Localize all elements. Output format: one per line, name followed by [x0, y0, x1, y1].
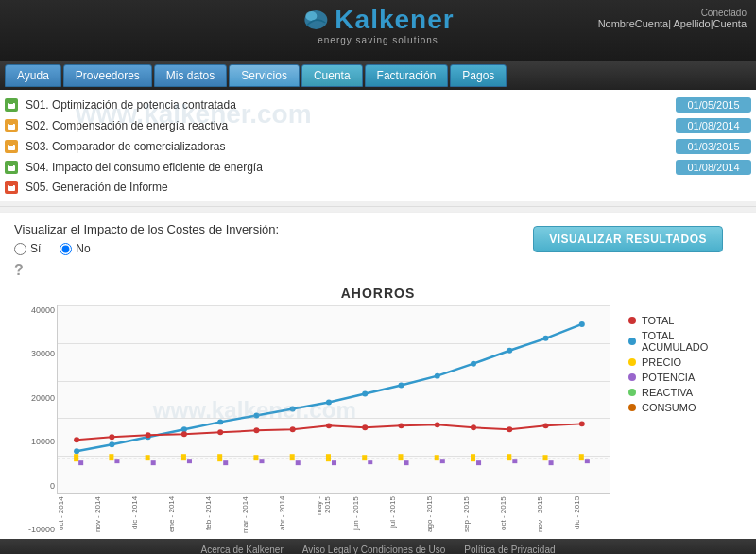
- precio-bar-4: [217, 454, 222, 461]
- legend-reactiva-label: REACTIVA: [642, 387, 693, 398]
- svg-rect-16: [9, 183, 13, 186]
- x-label-13: nov - 2015: [536, 496, 573, 534]
- precio-bar-10: [435, 455, 439, 460]
- connected-area: Conectado NombreCuenta| Apellido|Cuenta: [598, 8, 747, 29]
- potencia-bar-12: [512, 459, 517, 463]
- potencia-bar-1: [114, 459, 119, 463]
- svg-point-1: [305, 11, 317, 21]
- service-icon-s05: [5, 181, 18, 194]
- potencia-bar-7: [332, 460, 336, 465]
- footer-link-2[interactable]: Política de Privacidad: [464, 545, 555, 555]
- radio-si-input[interactable]: [14, 243, 26, 255]
- legend-potencia: POTENCIA: [628, 372, 742, 383]
- total-dot-5: [253, 427, 259, 433]
- precio-bar-0: [74, 454, 78, 461]
- potencia-bar-9: [404, 460, 409, 465]
- potencia-bar-0: [78, 460, 83, 465]
- precio-bar-9: [398, 454, 403, 460]
- legend-consumo-dot: [628, 404, 636, 411]
- total-dot-3: [181, 431, 187, 437]
- chart-svg: www.kalkener.com: [58, 305, 610, 493]
- footer-link-0[interactable]: Acerca de Kalkener: [200, 545, 283, 555]
- potencia-bar-10: [440, 459, 445, 463]
- acumulado-dot-0: [74, 448, 79, 454]
- service-date-s03: 01/03/2015: [676, 139, 751, 154]
- nav-item-cuenta[interactable]: Cuenta: [301, 64, 363, 87]
- investment-section: Visualizar el Impacto de los Costes de I…: [0, 212, 756, 260]
- service-label-s04: S04. Impacto del consumo eficiente de en…: [26, 161, 668, 174]
- nav-item-servicios[interactable]: Servicios: [229, 64, 300, 87]
- total-dot-6: [290, 426, 296, 432]
- total-dot-8: [362, 424, 368, 430]
- total-dot-7: [326, 423, 332, 428]
- potencia-bar-5: [259, 459, 264, 463]
- precio-bar-3: [181, 454, 186, 460]
- logo-text: Kalkener: [335, 5, 454, 35]
- nav-item-misdatos[interactable]: Mis datos: [154, 64, 227, 87]
- potencia-bar-8: [368, 460, 372, 464]
- user-info: NombreCuenta| Apellido|Cuenta: [598, 18, 747, 29]
- svg-rect-10: [9, 143, 13, 146]
- acumulado-dot-9: [398, 383, 404, 389]
- radio-no[interactable]: No: [60, 242, 90, 255]
- total-dot-14: [579, 421, 585, 426]
- nav-item-ayuda[interactable]: Ayuda: [5, 64, 61, 87]
- radio-group: Sí No: [14, 242, 279, 255]
- total-dot-1: [109, 434, 114, 440]
- precio-bar-5: [253, 455, 258, 460]
- investment-row: Visualizar el Impacto de los Costes de I…: [14, 222, 742, 255]
- total-dot-0: [74, 437, 79, 442]
- service-icon-s04: [5, 161, 18, 174]
- precio-bar-8: [362, 455, 367, 460]
- x-labels: oct - 2014 nov - 2014 dic - 2014 ene - 2…: [57, 496, 610, 534]
- legend-precio-label: PRECIO: [642, 356, 681, 368]
- precio-bar-13: [543, 455, 548, 460]
- service-label-s03: S03. Comparador de comercializadoras: [26, 140, 668, 153]
- visualizar-button[interactable]: VISUALIZAR RESULTADOS: [533, 226, 723, 252]
- x-label-8: jun - 2015: [352, 496, 388, 534]
- nav-item-facturacion[interactable]: Facturación: [365, 64, 449, 87]
- nav-item-pagos[interactable]: Pagos: [450, 64, 507, 87]
- precio-bar-12: [507, 454, 511, 460]
- legend-total: TOTAL: [628, 315, 742, 326]
- x-label-6: abr - 2014: [278, 496, 315, 534]
- x-label-7: may - 2015: [315, 496, 352, 534]
- x-label-0: oct - 2014: [57, 496, 94, 534]
- y-label-3: 10000: [17, 437, 55, 446]
- service-date-s04: 01/08/2014: [676, 160, 751, 175]
- total-dot-9: [398, 423, 404, 428]
- total-dot-11: [471, 424, 476, 430]
- x-label-14: dic - 2015: [573, 496, 610, 534]
- legend-precio: PRECIO: [628, 356, 742, 368]
- nav-item-proveedores[interactable]: Proveedores: [63, 64, 152, 87]
- legend-total-label: TOTAL: [642, 315, 674, 326]
- acumulado-dot-10: [435, 373, 440, 379]
- x-label-11: sep - 2015: [462, 496, 499, 534]
- svg-rect-7: [9, 122, 13, 125]
- service-icon-s03: [5, 140, 18, 153]
- logo-subtitle: energy saving solutions: [318, 35, 438, 45]
- y-label-0: 40000: [17, 305, 55, 315]
- question-mark: ?: [14, 262, 24, 278]
- y-label-2: 20000: [17, 393, 55, 403]
- logo-area: Kalkener energy saving solutions: [301, 5, 454, 45]
- nav-bar: Ayuda Proveedores Mis datos Servicios Cu…: [0, 61, 756, 90]
- radio-no-input[interactable]: [60, 243, 72, 255]
- svg-rect-13: [9, 164, 13, 166]
- radio-no-label: No: [76, 242, 90, 255]
- radio-si-label: Sí: [30, 242, 41, 255]
- potencia-bar-14: [585, 459, 590, 463]
- service-date-s01: 01/05/2015: [676, 97, 751, 113]
- potencia-bar-4: [223, 460, 228, 465]
- radio-si[interactable]: Sí: [14, 242, 41, 255]
- acumulado-dot-1: [109, 441, 114, 447]
- legend-consumo: CONSUMO: [628, 402, 742, 413]
- service-label-s01: S01. Optimización de potencia contratada: [26, 98, 668, 112]
- precio-bar-11: [471, 454, 475, 461]
- service-date-s02: 01/08/2014: [676, 118, 751, 133]
- potencia-bar-3: [187, 459, 192, 463]
- service-label-s05: S05. Generación de Informe: [26, 181, 751, 194]
- header: Kalkener energy saving solutions Conecta…: [0, 0, 756, 61]
- footer-link-1[interactable]: Aviso Legal y Condiciones de Uso: [302, 545, 446, 555]
- question-area: ?: [0, 260, 756, 281]
